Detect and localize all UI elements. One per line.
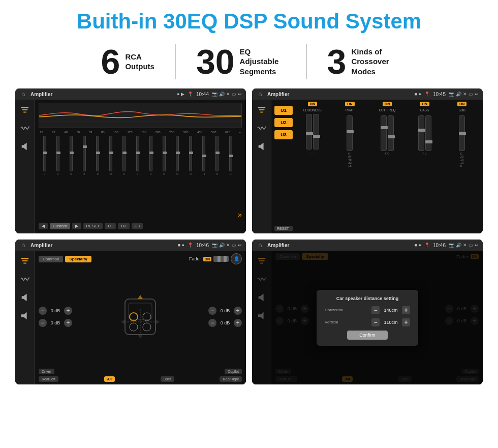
cutfreq-toggle[interactable]: ON <box>383 102 392 106</box>
play-btn[interactable]: ▶ <box>72 223 81 229</box>
vol-minus-4[interactable]: − <box>208 319 216 327</box>
vol-minus-1[interactable]: − <box>39 307 47 315</box>
specialty-tab[interactable]: Specialty <box>65 256 91 262</box>
vertical-minus[interactable]: − <box>371 318 380 326</box>
loudness-fader-2[interactable] <box>313 114 319 150</box>
preset-u1[interactable]: U1 <box>274 106 293 115</box>
sidebar-volume-icon-3[interactable] <box>19 310 31 322</box>
back-icon-4: ↩ <box>475 243 479 248</box>
reset-btn[interactable]: RESET <box>83 223 103 229</box>
svg-point-20 <box>130 323 138 331</box>
vol-minus-3[interactable]: − <box>208 307 216 315</box>
stat-eq-label: EQ AdjustableSegments <box>240 47 286 77</box>
slider-track-3[interactable] <box>70 136 73 171</box>
slider-track-8[interactable] <box>136 136 139 171</box>
copilot-btn[interactable]: Copilot <box>225 369 242 374</box>
slider-track-1[interactable] <box>43 136 46 171</box>
slider-track-14[interactable] <box>215 136 219 171</box>
prev-btn[interactable]: ◀ <box>39 223 48 229</box>
phat-fader[interactable] <box>347 115 353 151</box>
vol-plus-4[interactable]: + <box>234 319 242 327</box>
fader-status-icons: 📷 🔊 ✕ ▭ ↩ <box>212 243 242 248</box>
all-btn[interactable]: All <box>104 376 115 382</box>
vertical-plus[interactable]: + <box>402 318 410 326</box>
main-title: Buith-in 30EQ DSP Sound System <box>77 9 421 34</box>
eq-main-area: 25 32 40 50 63 80 100 125 160 200 250 32… <box>35 100 246 233</box>
loudness-fader-1[interactable] <box>306 114 312 150</box>
sidebar-wave-icon-2[interactable] <box>256 122 268 134</box>
horizontal-minus[interactable]: − <box>371 306 380 314</box>
cutfreq-fader-1[interactable] <box>381 115 387 151</box>
freq-40: 40 <box>64 131 68 134</box>
slider-8: 0 <box>132 136 143 219</box>
slider-track-12[interactable] <box>189 136 192 171</box>
svg-marker-25 <box>138 335 143 339</box>
sidebar-wave-icon-3[interactable] <box>19 273 31 285</box>
slider-track-10[interactable] <box>163 136 166 171</box>
slider-track-4[interactable] <box>83 136 86 171</box>
sidebar-speaker-icon[interactable] <box>19 140 31 153</box>
phat-toggle[interactable]: ON <box>345 102 355 106</box>
crossover-screen-card: ⌂ Amplifier ■ ● 📍 10:45 📷 🔊 ✕ ▭ ↩ <box>252 88 483 233</box>
rearright-btn[interactable]: RearRight <box>220 376 242 382</box>
freq-25: 25 <box>40 131 43 134</box>
eq-graph <box>39 103 242 128</box>
sub-toggle[interactable]: ON <box>457 102 467 106</box>
horizontal-plus[interactable]: + <box>402 306 410 314</box>
svg-rect-13 <box>23 263 26 264</box>
fader-screen-content: Common Specialty Fader ON 👤 <box>15 251 246 384</box>
sidebar-speaker-icon-2[interactable] <box>256 140 268 153</box>
slider-track-6[interactable] <box>109 136 112 171</box>
common-tab[interactable]: Common <box>39 256 63 262</box>
preset-u2[interactable]: U2 <box>274 118 293 127</box>
fader-toggle[interactable]: ON <box>203 257 212 261</box>
slider-track-7[interactable] <box>122 136 126 171</box>
slider-track-11[interactable] <box>176 136 179 171</box>
vol-plus-2[interactable]: + <box>64 319 72 327</box>
fader-screen-card: ⌂ Amplifier ■ ● 📍 10:46 📷 🔊 ✕ ▭ ↩ <box>15 240 246 384</box>
vol-minus-2[interactable]: − <box>39 319 47 327</box>
fader-sidebar <box>15 251 35 384</box>
bass-col: ON BASS F G <box>407 102 443 231</box>
slider-track-9[interactable] <box>149 136 152 171</box>
bass-fader-1[interactable] <box>418 115 424 151</box>
sidebar-filter-icon-3[interactable] <box>19 255 31 267</box>
phat-name: PHAT <box>346 108 354 112</box>
sidebar-filter-icon[interactable] <box>19 104 31 116</box>
camera-icon: 📷 <box>212 92 217 97</box>
custom-btn[interactable]: Custom <box>50 223 70 229</box>
window-icon-2: ▭ <box>469 92 473 97</box>
u1-btn[interactable]: U1 <box>105 223 116 229</box>
home-icon-4: ⌂ <box>256 241 264 249</box>
xover-reset-btn[interactable]: RESET <box>274 226 293 231</box>
vol-plus-3[interactable]: + <box>234 307 242 315</box>
svg-rect-9 <box>260 112 263 113</box>
bass-fader-2[interactable] <box>425 115 431 151</box>
confirm-button[interactable]: Confirm <box>347 331 388 340</box>
driver-btn[interactable]: Driver <box>39 369 54 374</box>
sub-fader[interactable] <box>459 115 465 151</box>
slider-track-2[interactable] <box>56 136 59 171</box>
freq-400: 400 <box>197 131 202 134</box>
loudness-toggle[interactable]: ON <box>308 102 318 106</box>
sidebar-filter-icon-2[interactable] <box>256 104 268 116</box>
fader-slider-mini[interactable] <box>213 256 229 262</box>
crossover-status-bar: ⌂ Amplifier ■ ● 📍 10:45 📷 🔊 ✕ ▭ ↩ <box>252 88 483 100</box>
vol-plus-1[interactable]: + <box>64 307 72 315</box>
sidebar-wave-icon[interactable] <box>19 122 31 134</box>
svg-rect-14 <box>21 296 24 298</box>
freq-125: 125 <box>128 131 133 134</box>
user-btn[interactable]: User <box>161 376 174 382</box>
u2-btn[interactable]: U2 <box>118 223 129 229</box>
slider-2: 0 <box>52 136 64 219</box>
sidebar-speaker-icon-3[interactable] <box>19 291 31 304</box>
bass-toggle[interactable]: ON <box>420 102 429 106</box>
cutfreq-fader-2[interactable] <box>388 115 394 151</box>
preset-u3[interactable]: U3 <box>274 130 293 139</box>
u3-btn[interactable]: U3 <box>132 223 143 229</box>
location-icon: 📍 <box>188 92 193 97</box>
slider-track-15[interactable] <box>229 136 232 171</box>
slider-track-13[interactable] <box>202 136 205 171</box>
slider-track-5[interactable] <box>96 136 99 171</box>
rearleft-btn[interactable]: RearLeft <box>39 376 58 382</box>
